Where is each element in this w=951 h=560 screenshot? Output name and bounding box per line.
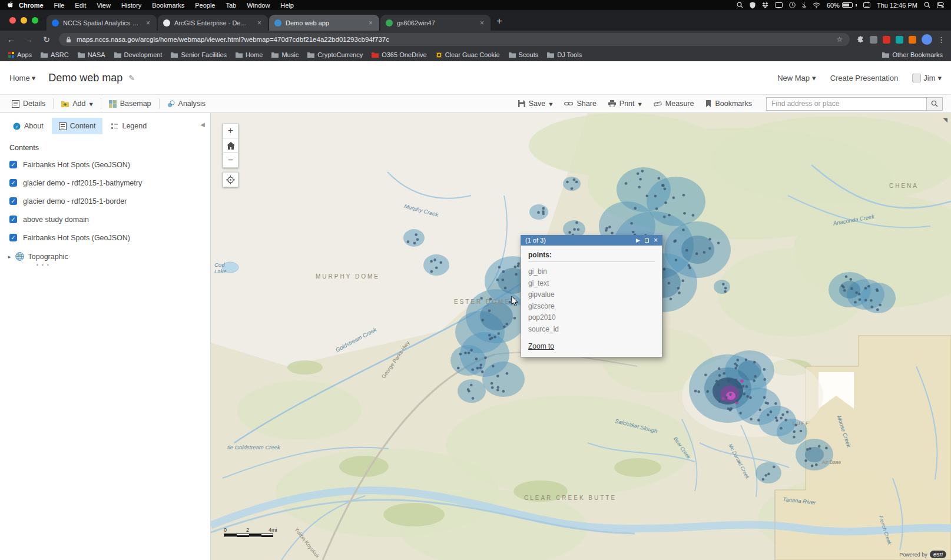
layer-checkbox[interactable]: ✓ [9,179,17,187]
share-button[interactable]: Share [558,95,602,112]
bookmark-folder-senior-facilities[interactable]: Senior Facilities [171,51,227,58]
bookmark-folder-dj-tools[interactable]: DJ Tools [547,51,582,58]
omnibox[interactable]: maps.nccs.nasa.gov/arcgis/home/webmap/vi… [59,33,850,46]
popup-header[interactable]: (1 of 3) ▶ × [521,235,662,246]
breadcrumb[interactable]: Home▾ [9,74,35,82]
bookmark-o365-onedrive[interactable]: O365 OneDrive [372,51,426,58]
layer-checkbox[interactable]: ✓ [9,216,17,223]
menubar-item-bookmarks[interactable]: Bookmarks [147,2,190,9]
search-submit-button[interactable] [926,98,942,110]
popup-maximize-icon[interactable] [645,238,649,243]
layer-row-fairbanks-hotspots-2[interactable]: ✓ Fairbanks Hot Spots (GeoJSON) [0,228,210,247]
battery-indicator[interactable]: 60% [827,2,857,9]
browser-tab-3-active[interactable]: Demo web app × [269,15,379,31]
apple-logo-icon[interactable] [7,1,14,9]
sidebar-collapse-icon[interactable]: ◀ [200,121,205,128]
measure-button[interactable]: Measure [648,95,700,112]
popup-close-icon[interactable]: × [654,238,658,243]
extension-icon-orange[interactable] [909,36,916,44]
tab-close-icon[interactable]: × [367,19,374,27]
wifi-icon[interactable] [813,2,820,8]
zoom-in-button[interactable]: + [223,123,238,138]
menubar-item-tab[interactable]: Tab [220,2,241,9]
browser-tab-2[interactable]: ArcGIS Enterprise - Demo web × [158,15,268,31]
chrome-menu-kebab-icon[interactable]: ⋮ [937,35,945,44]
map-expand-icon[interactable]: ◥ [943,117,947,123]
other-bookmarks[interactable]: Other Bookmarks [882,51,943,58]
menubar-item-help[interactable]: Help [275,2,299,9]
bookmark-star-icon[interactable]: ☆ [836,35,843,44]
print-button[interactable]: Print▾ [602,95,648,112]
zoom-to-link[interactable]: Zoom to [528,342,554,350]
profile-avatar[interactable] [922,34,932,45]
user-menu[interactable]: Jim▾ [912,74,942,82]
menubar-item-chrome[interactable]: Chrome [14,2,49,9]
bookmark-folder-music[interactable]: Music [271,51,299,58]
browser-tab-1[interactable]: NCCS Spatial Analytics Platfo × [47,15,157,31]
shield-icon[interactable] [750,2,756,9]
menubar-item-view[interactable]: View [91,2,116,9]
bookmark-clear-guac-cookie[interactable]: Clear Guac Cookie [436,51,500,58]
map-viewport[interactable]: Cod Lake MURPHY DOME ESTER DOME Murphy C… [211,113,951,560]
popup-next-icon[interactable]: ▶ [636,238,640,243]
menubar-item-edit[interactable]: Edit [69,2,91,9]
zoom-status-icon[interactable] [737,2,743,8]
window-minimize-button[interactable] [21,17,27,24]
basemap-layer-row[interactable]: ▸ Topographic [0,247,210,262]
menubar-item-window[interactable]: Window [241,2,275,9]
control-center-icon[interactable] [937,2,944,8]
layer-checkbox[interactable]: ✓ [9,234,17,241]
create-presentation-button[interactable]: Create Presentation [830,74,899,82]
find-my-location-button[interactable] [223,172,238,187]
tab-close-icon[interactable]: × [145,19,151,27]
home-extent-button[interactable] [223,138,238,153]
layer-row-study-domain[interactable]: ✓ above study domain [0,210,210,228]
layer-row-bathymetry[interactable]: ✓ glacier demo - rdf2015-1-bathymetry [0,174,210,192]
spotlight-search-icon[interactable] [924,2,930,8]
save-button[interactable]: Save▾ [512,95,559,112]
browser-tab-4[interactable]: gs6062win47 × [380,15,491,31]
bookmark-folder-nasa[interactable]: NASA [78,51,105,58]
menubar-clock[interactable]: Thu 12:46 PM [877,2,917,9]
tab-close-icon[interactable]: × [479,19,485,27]
layer-checkbox[interactable]: ✓ [9,197,17,205]
bookmark-folder-cryptocurrency[interactable]: CryptoCurrency [307,51,363,58]
dropbox-icon[interactable] [762,2,768,8]
display-icon[interactable] [775,2,783,8]
bookmark-folder-scouts[interactable]: Scouts [509,51,539,58]
clock-icon[interactable] [789,2,796,8]
basemap-button[interactable]: Basemap [103,95,157,112]
new-map-button[interactable]: New Map▾ [777,74,816,82]
new-tab-button[interactable]: + [492,14,507,29]
window-zoom-button[interactable] [32,17,38,24]
keyboard-icon[interactable] [863,2,870,8]
search-input[interactable] [767,98,926,110]
back-button[interactable]: ← [6,35,16,44]
details-button[interactable]: Details [6,95,51,112]
window-close-button[interactable] [9,17,16,24]
bluetooth-icon[interactable] [802,2,806,8]
menubar-item-history[interactable]: History [116,2,147,9]
layer-row-border[interactable]: ✓ glacier demo - rdf2015-1-border [0,192,210,210]
bookmark-folder-asrc[interactable]: ASRC [41,51,69,58]
analysis-button[interactable]: Analysis [161,95,212,112]
extension-icon-teal[interactable] [896,36,903,44]
tab-close-icon[interactable]: × [256,19,263,27]
zoom-out-button[interactable]: − [223,153,238,168]
tab-content[interactable]: Content [52,118,103,134]
tab-legend[interactable]: Legend [104,118,154,134]
extension-icon-gray[interactable] [870,36,877,44]
layer-checkbox[interactable]: ✓ [9,161,17,168]
add-button[interactable]: Add▾ [55,95,99,112]
bookmark-apps[interactable]: Apps [8,51,32,58]
bookmark-folder-development[interactable]: Development [114,51,163,58]
edit-title-icon[interactable]: ✎ [128,74,135,82]
reload-button[interactable]: ↻ [41,35,52,44]
tab-about[interactable]: i About [6,118,51,134]
layer-row-fairbanks-hotspots-1[interactable]: ✓ Fairbanks Hot Spots (GeoJSON) [0,155,210,174]
forward-button[interactable]: → [24,35,34,44]
menubar-item-people[interactable]: People [190,2,220,9]
layer-options-ellipsis[interactable]: • • • [0,262,210,267]
extensions-puzzle-icon[interactable] [857,36,864,44]
extension-icon-red[interactable] [883,36,890,44]
